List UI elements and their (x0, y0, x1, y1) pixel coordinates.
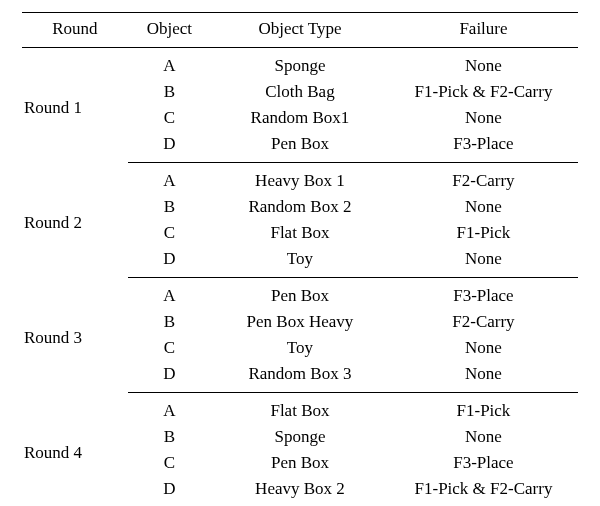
object-cell: D (128, 476, 211, 506)
experiment-table: Round Object Object Type Failure Round 1… (22, 12, 578, 506)
header-object: Object (128, 13, 211, 48)
object-type-cell: Sponge (211, 424, 389, 450)
object-type-cell: Sponge (211, 48, 389, 80)
object-type-cell: Toy (211, 335, 389, 361)
failure-cell: None (389, 361, 578, 393)
object-cell: C (128, 335, 211, 361)
round-cell: Round 2 (22, 163, 128, 278)
header-object-type: Object Type (211, 13, 389, 48)
failure-cell: F3-Place (389, 131, 578, 163)
object-type-cell: Pen Box (211, 450, 389, 476)
object-cell: A (128, 163, 211, 195)
object-cell: A (128, 393, 211, 425)
object-cell: D (128, 131, 211, 163)
object-cell: B (128, 424, 211, 450)
failure-cell: None (389, 424, 578, 450)
object-type-cell: Toy (211, 246, 389, 278)
failure-cell: None (389, 48, 578, 80)
failure-cell: None (389, 105, 578, 131)
failure-cell: F1-Pick (389, 393, 578, 425)
object-cell: B (128, 79, 211, 105)
failure-cell: F3-Place (389, 278, 578, 310)
object-type-cell: Random Box 3 (211, 361, 389, 393)
round-cell: Round 1 (22, 48, 128, 163)
failure-cell: F3-Place (389, 450, 578, 476)
object-type-cell: Heavy Box 1 (211, 163, 389, 195)
failure-cell: None (389, 194, 578, 220)
object-type-cell: Random Box1 (211, 105, 389, 131)
object-type-cell: Pen Box (211, 131, 389, 163)
object-type-cell: Flat Box (211, 220, 389, 246)
object-type-cell: Cloth Bag (211, 79, 389, 105)
table-body: Round 1ASpongeNoneBCloth BagF1-Pick & F2… (22, 48, 578, 507)
failure-cell: None (389, 335, 578, 361)
object-cell: A (128, 48, 211, 80)
object-cell: C (128, 450, 211, 476)
object-type-cell: Flat Box (211, 393, 389, 425)
object-cell: D (128, 246, 211, 278)
table-row: Round 3APen BoxF3-Place (22, 278, 578, 310)
failure-cell: F1-Pick & F2-Carry (389, 79, 578, 105)
failure-cell: F1-Pick (389, 220, 578, 246)
failure-cell: None (389, 246, 578, 278)
object-type-cell: Pen Box Heavy (211, 309, 389, 335)
object-cell: B (128, 309, 211, 335)
object-cell: B (128, 194, 211, 220)
object-type-cell: Heavy Box 2 (211, 476, 389, 506)
round-cell: Round 4 (22, 393, 128, 507)
object-cell: C (128, 105, 211, 131)
header-failure: Failure (389, 13, 578, 48)
table-row: Round 1ASpongeNone (22, 48, 578, 80)
table-row: Round 2AHeavy Box 1F2-Carry (22, 163, 578, 195)
object-cell: C (128, 220, 211, 246)
failure-cell: F2-Carry (389, 309, 578, 335)
object-cell: D (128, 361, 211, 393)
object-type-cell: Pen Box (211, 278, 389, 310)
header-round: Round (22, 13, 128, 48)
object-type-cell: Random Box 2 (211, 194, 389, 220)
object-cell: A (128, 278, 211, 310)
failure-cell: F2-Carry (389, 163, 578, 195)
header-row: Round Object Object Type Failure (22, 13, 578, 48)
failure-cell: F1-Pick & F2-Carry (389, 476, 578, 506)
round-cell: Round 3 (22, 278, 128, 393)
table-row: Round 4AFlat BoxF1-Pick (22, 393, 578, 425)
